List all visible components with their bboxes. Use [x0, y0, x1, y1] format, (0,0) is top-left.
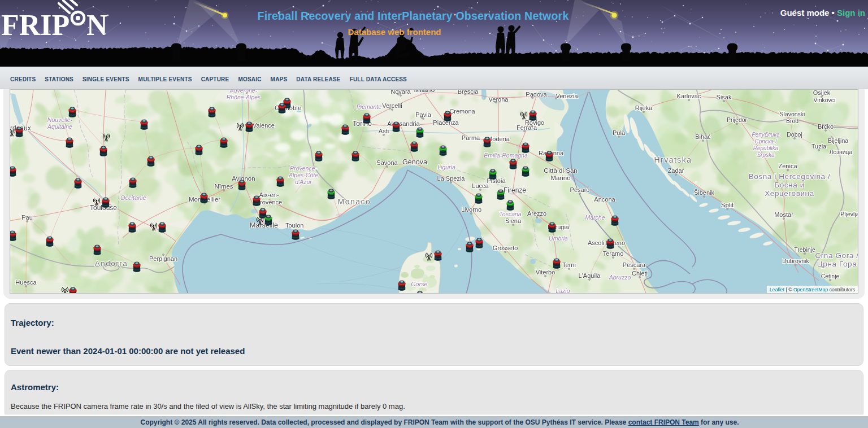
svg-text:Valence: Valence: [253, 122, 275, 129]
svg-text:Perpignan: Perpignan: [149, 255, 177, 262]
svg-text:Savona: Savona: [376, 159, 398, 166]
svg-text:Teramo: Teramo: [603, 250, 624, 257]
svg-text:Grosseto: Grosseto: [493, 244, 518, 251]
svg-text:Brescia: Brescia: [458, 90, 479, 95]
svg-text:Slavonski: Slavonski: [780, 111, 805, 117]
svg-text:Vercelli: Vercelli: [382, 102, 402, 109]
svg-text:Zenica: Zenica: [778, 163, 797, 169]
svg-text:Босна и: Босна и: [774, 181, 805, 189]
svg-text:Liguria: Liguria: [437, 164, 455, 171]
svg-text:Cremona: Cremona: [449, 108, 475, 115]
svg-text:Mostar: Mostar: [774, 211, 793, 218]
svg-text:Huesca: Huesca: [15, 279, 37, 286]
svg-text:Auvergne-: Auvergne-: [229, 90, 258, 94]
svg-text:Republika: Republika: [753, 145, 779, 151]
svg-text:Pljevlja: Pljevlja: [840, 211, 858, 217]
svg-text:Ancona: Ancona: [594, 196, 615, 203]
svg-text:Rijeka: Rijeka: [635, 104, 653, 111]
svg-text:Srpska: Srpska: [757, 152, 775, 158]
svg-text:Milano: Milano: [414, 90, 435, 94]
svg-text:Terni: Terni: [562, 261, 576, 268]
svg-text:Genova: Genova: [402, 158, 427, 166]
svg-text:Emilia-Romagna: Emilia-Romagna: [484, 152, 528, 159]
svg-text:Pesaro: Pesaro: [570, 186, 590, 193]
svg-text:Alessandria: Alessandria: [387, 120, 420, 127]
svg-text:Šibenik: Šibenik: [694, 189, 715, 196]
svg-text:Asti: Asti: [379, 128, 389, 134]
svg-text:Zadar: Zadar: [668, 167, 684, 174]
svg-text:Cetinje: Cetinje: [821, 273, 840, 279]
svg-text:Tuzla: Tuzla: [811, 143, 827, 150]
svg-text:Doboj: Doboj: [787, 131, 802, 138]
svg-text:Pescara: Pescara: [623, 261, 646, 268]
svg-text:Ferrara: Ferrara: [517, 124, 537, 131]
svg-text:Aquitaine: Aquitaine: [47, 123, 72, 130]
svg-text:Ascoli Piceno: Ascoli Piceno: [588, 239, 625, 246]
svg-text:Црна Гора: Црна Гора: [817, 260, 857, 268]
svg-text:Pula: Pula: [613, 129, 626, 136]
svg-text:Brod: Brod: [786, 117, 798, 124]
svg-text:Split: Split: [721, 202, 734, 208]
svg-text:Novara: Novara: [390, 90, 411, 95]
svg-text:Livorno: Livorno: [461, 206, 481, 213]
svg-text:Crna Gora /: Crna Gora /: [815, 251, 858, 260]
svg-text:Occitanie: Occitanie: [120, 194, 146, 201]
svg-text:Città di San: Città di San: [544, 167, 577, 174]
svg-text:Dubrovnik: Dubrovnik: [782, 257, 809, 264]
svg-text:La Spezia: La Spezia: [437, 175, 466, 182]
svg-text:Corse: Corse: [411, 281, 427, 287]
svg-text:L'Aquila: L'Aquila: [579, 272, 601, 279]
svg-text:Sisak: Sisak: [717, 94, 732, 101]
svg-text:Leaflet | © OpenStreetMap cont: Leaflet | © OpenStreetMap contributors: [770, 287, 856, 292]
svg-text:d'Azur: d'Azur: [295, 178, 312, 185]
svg-text:Chieti: Chieti: [632, 270, 648, 277]
svg-text:Karlovac: Karlovac: [677, 93, 701, 99]
svg-text:Provence-: Provence-: [290, 165, 317, 172]
svg-text:Umbria: Umbria: [549, 235, 568, 242]
svg-text:Alpes-Côte: Alpes-Côte: [288, 172, 318, 178]
svg-text:Arezzo: Arezzo: [527, 210, 546, 217]
svg-text:Monaco: Monaco: [338, 197, 371, 206]
svg-text:Vinkovci: Vinkovci: [814, 97, 836, 103]
svg-text:Nîmes: Nîmes: [214, 183, 233, 190]
svg-text:Osijek: Osijek: [813, 90, 831, 96]
svg-text:Piemonte: Piemonte: [357, 103, 382, 110]
svg-text:Nouvelle-: Nouvelle-: [47, 116, 73, 123]
svg-text:Trebinje: Trebinje: [794, 246, 815, 253]
svg-text:Република: Република: [752, 132, 780, 138]
svg-text:Pavia: Pavia: [415, 111, 431, 118]
svg-text:Marseille: Marseille: [250, 221, 278, 229]
svg-text:Viterbo: Viterbo: [536, 269, 555, 276]
svg-text:Rhône-Alpes: Rhône-Alpes: [227, 94, 261, 101]
svg-text:Firenze: Firenze: [504, 186, 526, 194]
svg-text:Toscana: Toscana: [499, 211, 521, 217]
svg-text:Abruzzo: Abruzzo: [609, 274, 631, 281]
svg-text:Лозница: Лозница: [830, 149, 853, 155]
svg-text:Marche: Marche: [585, 214, 605, 221]
svg-text:Siena: Siena: [505, 217, 522, 224]
svg-text:Hrvatska: Hrvatska: [654, 155, 692, 164]
svg-text:Brčko: Brčko: [818, 123, 834, 130]
svg-text:Venezia: Venezia: [555, 93, 578, 99]
svg-text:Marino: Marino: [550, 174, 570, 181]
svg-text:Andorra: Andorra: [95, 259, 128, 268]
svg-text:Херцеговина: Херцеговина: [765, 189, 814, 198]
svg-text:Lazio: Lazio: [555, 287, 570, 294]
svg-text:Bihać: Bihać: [695, 133, 711, 140]
svg-text:Verona: Verona: [489, 96, 509, 103]
svg-text:Српска /: Српска /: [754, 138, 777, 145]
svg-text:Pau: Pau: [21, 214, 33, 221]
svg-text:Bijeljina: Bijeljina: [828, 137, 848, 144]
svg-text:Prijedor: Prijedor: [727, 116, 748, 123]
svg-text:Bosna i Hercegovina /: Bosna i Hercegovina /: [749, 172, 831, 181]
svg-text:Parma: Parma: [462, 134, 480, 141]
svg-text:Padova: Padova: [526, 91, 547, 98]
svg-text:Aix-en-: Aix-en-: [259, 191, 279, 198]
svg-text:Toulon: Toulon: [285, 222, 303, 229]
